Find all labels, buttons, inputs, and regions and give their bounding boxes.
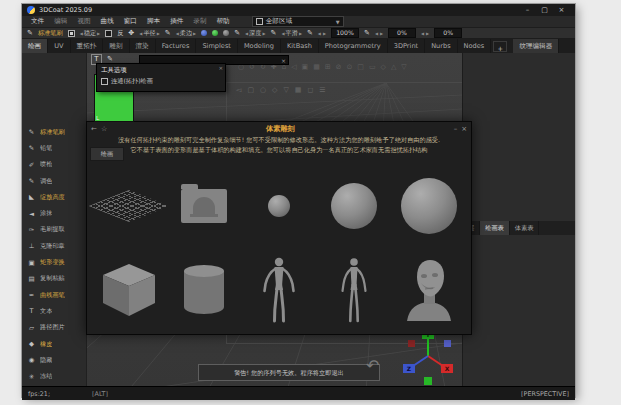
tool-height[interactable]: ◣绽放高度 — [22, 189, 86, 205]
brush-icon[interactable]: ✎ — [27, 29, 33, 37]
tool-copy-paste[interactable]: ▤复制粘贴 — [22, 271, 86, 287]
sphere-blue-icon[interactable] — [201, 30, 207, 36]
tool-brush-pick[interactable]: ✑毛刷提取 — [22, 222, 86, 238]
param2-value[interactable]: 0% — [388, 28, 416, 38]
tool-clone[interactable]: ⊥克隆印章 — [22, 238, 86, 254]
thumb-folder[interactable] — [168, 166, 240, 246]
thumb-cube[interactable] — [93, 250, 165, 330]
tool-eraser[interactable]: ◆橡皮 — [22, 336, 86, 352]
clear-icon[interactable]: × — [281, 57, 288, 64]
add-tab-button[interactable]: + — [493, 41, 507, 52]
param3-spinner[interactable] — [421, 31, 429, 36]
tab-vox-tree[interactable]: 体素表 — [510, 221, 540, 235]
tool-image-spline[interactable]: ▱路径图片 — [22, 320, 86, 336]
undo-arrow-icon[interactable]: ↶ — [366, 356, 379, 375]
menu-record[interactable]: 录制 — [193, 17, 206, 26]
active-tool-name[interactable]: 标准笔刷 — [38, 29, 63, 38]
tool-freeze[interactable]: ✳冻结 — [22, 368, 86, 384]
menu-bar: 文件 编辑 视图 曲线 窗口 脚本 插件 录制 帮助 全部区域 ▼ — [22, 16, 575, 28]
texture-editor-tab[interactable]: 纹理编辑器 — [513, 39, 559, 53]
thumb-sphere-small[interactable] — [243, 166, 315, 246]
title-bar: 3DCoat 2025.09 – ▢ × — [22, 4, 575, 16]
tab-sculpt[interactable]: 雕刻 — [103, 39, 129, 53]
param2-spinner[interactable] — [375, 31, 383, 36]
paint-panel-tab[interactable]: 绘画 — [90, 147, 124, 161]
tool-hide[interactable]: ◉隐藏 — [22, 352, 86, 368]
tool-airbrush[interactable]: ✐喷枪 — [22, 157, 86, 173]
tool-curve-brush[interactable]: ≈曲线画笔 — [22, 287, 86, 303]
tab-paint[interactable]: 绘画 — [22, 39, 48, 53]
maximize-button[interactable]: ▢ — [536, 4, 553, 16]
radius-spinner[interactable]: 半径 — [139, 29, 160, 38]
tab-3dprint[interactable]: 3DPrint — [388, 39, 425, 53]
tab-modeling[interactable]: Modeling — [238, 39, 281, 53]
region-checkbox[interactable] — [256, 18, 263, 25]
menu-view[interactable]: 视图 — [77, 17, 90, 26]
pen-pressure-icon[interactable]: ✎ — [165, 29, 171, 37]
opacity-pen-icon[interactable]: ✎ — [307, 29, 313, 37]
thumb-figure-a[interactable] — [243, 250, 315, 330]
popup-checkbox-row[interactable]: 连通(拓扑)绘画 — [97, 76, 225, 87]
thumb-grid-plane[interactable] — [93, 166, 165, 246]
menu-curves[interactable]: 曲线 — [101, 17, 114, 26]
param2-pen-icon[interactable]: ✎ — [364, 29, 370, 37]
tab-photogrammetry[interactable]: Photogrammetry — [319, 39, 388, 53]
tool-text[interactable]: T文本 — [22, 303, 86, 319]
tool-rect-transform[interactable]: ▣矩形变换 — [22, 254, 86, 270]
tab-factures[interactable]: Factures — [156, 39, 197, 53]
tab-nurbs[interactable]: Nurbs — [425, 39, 457, 53]
tab-paint-layers[interactable]: 绘画表 — [480, 221, 510, 235]
minimize-button[interactable]: – — [519, 4, 536, 16]
viewport-primitive-icons[interactable]: ◅▢○◇▽▦◻☰ — [236, 86, 332, 94]
opacity-spinner[interactable] — [318, 31, 326, 36]
tab-kitbash[interactable]: KitBash — [281, 39, 319, 53]
popup-close-icon[interactable]: × — [218, 65, 223, 71]
pan-hand-icon[interactable]: ✥ — [128, 29, 134, 37]
menu-edit[interactable]: 编辑 — [54, 17, 67, 26]
tab-simplest[interactable]: Simplest — [196, 39, 238, 53]
stabilize-spinner[interactable]: 稳定 — [80, 29, 101, 38]
menu-plugins[interactable]: 插件 — [170, 17, 183, 26]
invert-checkbox[interactable] — [105, 30, 112, 37]
thumb-head-bust[interactable] — [393, 250, 465, 330]
dialog-close-icon[interactable]: × — [461, 125, 467, 133]
dialog-minimize-icon[interactable]: – — [454, 125, 458, 133]
popup-checkbox[interactable] — [101, 78, 108, 85]
thumb-sphere-medium[interactable] — [318, 166, 390, 246]
tab-retopo[interactable]: 重拓扑 — [71, 39, 104, 53]
opacity-value[interactable]: 100% — [331, 28, 359, 38]
status-bar: fps:21; [ALT] [PERSPECTIVE] — [22, 386, 575, 400]
tool-tune-color[interactable]: ✎调色 — [22, 173, 86, 189]
smudge-icon: ◄ — [27, 210, 36, 218]
depth-pen-icon[interactable]: ✎ — [234, 29, 240, 37]
tool-smudge[interactable]: ◄涂抹 — [22, 205, 86, 221]
thumb-figure-b[interactable] — [318, 250, 390, 330]
sphere-gray-icon[interactable] — [223, 30, 229, 36]
tool-pencil[interactable]: ✎铅笔 — [22, 140, 86, 156]
pencil-tool-button[interactable]: ✎ — [107, 55, 113, 63]
menu-script[interactable]: 脚本 — [147, 17, 160, 26]
soft-spinner[interactable]: 柔边 — [176, 29, 197, 38]
sphere-green-icon[interactable] — [212, 30, 218, 36]
smooth-pen-icon[interactable]: ✎ — [271, 29, 277, 37]
tool-label: 隐藏 — [40, 356, 52, 365]
thumb-sphere-large[interactable] — [393, 166, 465, 246]
tab-uv[interactable]: UV — [48, 39, 70, 53]
stabilize-checkbox[interactable] — [68, 30, 75, 37]
smooth-spinner[interactable]: 平滑 — [281, 29, 302, 38]
menu-help[interactable]: 帮助 — [217, 17, 230, 26]
tool-standard-brush[interactable]: ✎标准笔刷 — [22, 124, 86, 140]
popup-checkbox-label: 连通(拓扑)绘画 — [111, 77, 153, 86]
param3-value[interactable]: 0% — [434, 28, 462, 38]
axis-gizmo[interactable]: Y X Z — [394, 330, 462, 386]
close-button[interactable]: × — [553, 4, 570, 16]
depth-spinner[interactable]: 深度 — [245, 29, 266, 38]
tool-options-popup: 工具选项 连通(拓扑)绘画 × — [96, 63, 226, 92]
region-dropdown[interactable]: 全部区域 ▼ — [252, 16, 344, 27]
menu-file[interactable]: 文件 — [31, 17, 44, 26]
menu-window[interactable]: 窗口 — [124, 17, 137, 26]
tab-nodes[interactable]: Nodes — [458, 39, 492, 53]
right-dock-tabs: 层 绘画表 体素表 — [463, 221, 575, 235]
tab-render[interactable]: 渲染 — [130, 39, 156, 53]
thumb-cylinder[interactable] — [168, 250, 240, 330]
